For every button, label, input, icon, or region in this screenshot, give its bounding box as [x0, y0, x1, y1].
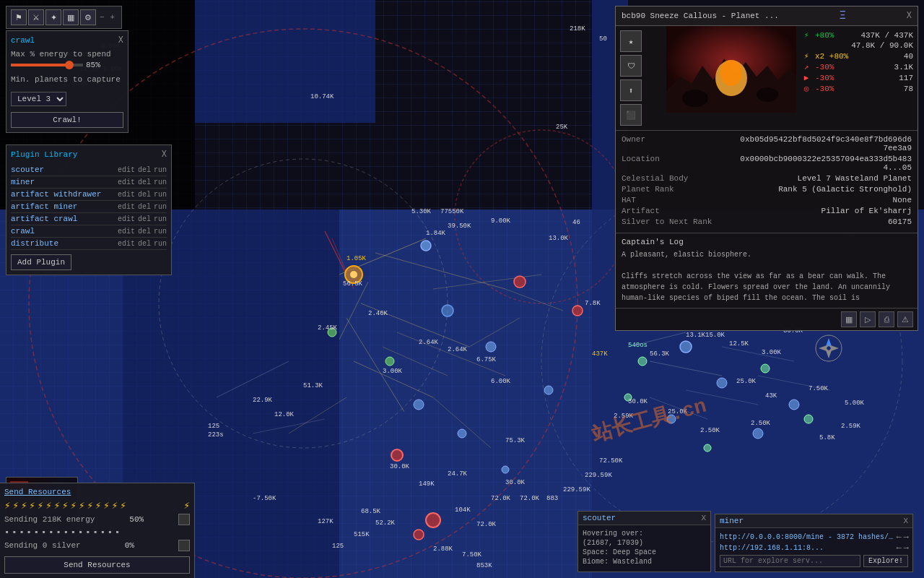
- toolbar-gear-btn[interactable]: ⚙: [80, 9, 96, 25]
- silver-checkbox[interactable]: [178, 540, 190, 551]
- plugin-edit-btn[interactable]: edit: [118, 203, 135, 211]
- energy-checkbox[interactable]: [178, 514, 190, 525]
- plugin-del-btn[interactable]: del: [138, 191, 151, 199]
- energy-icon-9: ⚡: [71, 499, 77, 512]
- stat-energy-val: 437K / 437K: [860, 31, 913, 40]
- toolbar-flag-btn[interactable]: ⚑: [11, 9, 27, 25]
- action-export-btn[interactable]: ▦: [841, 311, 857, 327]
- hat-key: HAT: [622, 196, 636, 204]
- hat-val: None: [893, 196, 912, 204]
- planet-upgrade-icon[interactable]: ⬆: [620, 79, 642, 101]
- rank-row: Planet Rank Rank 5 (Galactic Stronghold): [622, 185, 912, 194]
- territory-dark-1: [195, 0, 375, 123]
- energy-icon-3: ⚡: [21, 499, 27, 512]
- stat-energy2-val: 47.8K / 90.0K: [851, 41, 913, 50]
- plugin-title: Plugin Library: [11, 150, 77, 159]
- svg-point-136: [720, 60, 742, 86]
- plugin-actions: editdelrun: [118, 240, 167, 248]
- energy-icon-5: ⚡: [38, 499, 43, 512]
- energy-icon-2: ⚡: [12, 499, 18, 512]
- planet-shield-icon[interactable]: 🛡: [620, 55, 642, 77]
- miner-url2: http://192.168.1.11:8...: [720, 544, 894, 552]
- plugin-run-btn[interactable]: run: [154, 178, 167, 186]
- toolbar-grid-btn[interactable]: ▦: [63, 9, 79, 25]
- planet-artifact-icon[interactable]: ⬛: [620, 104, 642, 126]
- planet-star-icon[interactable]: ★: [620, 30, 642, 52]
- plugin-edit-btn[interactable]: edit: [118, 178, 135, 186]
- sending-energy-row: Sending 218K energy 50%: [4, 514, 190, 525]
- miner-url1: http://0.0.0.0:8000/mine - 3872 hashes/s…: [720, 533, 894, 541]
- plugin-row: artifact minereditdelrun: [11, 201, 167, 213]
- plugin-del-btn[interactable]: del: [138, 240, 151, 248]
- send-resources-link[interactable]: Send Resources: [4, 488, 190, 496]
- plugin-run-btn[interactable]: run: [154, 166, 167, 174]
- energy-icons-row: ⚡ ⚡ ⚡ ⚡ ⚡ ⚡ ⚡ ⚡ ⚡ ⚡ ⚡ ⚡ ⚡ ⚡ ⚡ ⚡: [4, 499, 190, 512]
- plugin-run-btn[interactable]: run: [154, 203, 167, 211]
- silver-icon-14: ▪: [100, 527, 105, 538]
- plugin-del-btn[interactable]: del: [138, 166, 151, 174]
- sending-energy-label: Sending 218K energy: [4, 515, 95, 524]
- artifact-key: Artifact: [622, 207, 660, 215]
- plugin-del-btn[interactable]: del: [138, 215, 151, 223]
- stat-def-val: 78: [904, 85, 913, 93]
- silver-icon-15: ▪: [108, 527, 113, 538]
- scouter-close-btn[interactable]: X: [701, 514, 706, 522]
- level-select[interactable]: Level 3: [11, 92, 66, 106]
- svg-point-137: [682, 90, 708, 107]
- silver-icon-4: ▪: [27, 527, 32, 538]
- stat-x2-val: 40: [904, 52, 913, 61]
- energy-icon-7: ⚡: [54, 499, 60, 512]
- miner-url2-arrow[interactable]: ⟵: [897, 543, 901, 552]
- action-print-btn[interactable]: ⎙: [879, 311, 894, 327]
- territory-light-1: [339, 210, 592, 578]
- plugin-row: distributeeditdelrun: [11, 238, 167, 250]
- plugin-del-btn[interactable]: del: [138, 203, 151, 211]
- plugin-edit-btn[interactable]: edit: [118, 166, 135, 174]
- energy-icon-6: ⚡: [45, 499, 51, 512]
- plugin-run-btn[interactable]: run: [154, 228, 167, 236]
- explore-input[interactable]: [720, 555, 860, 567]
- miner-close-btn[interactable]: X: [903, 517, 908, 525]
- action-play-btn[interactable]: ▷: [860, 311, 876, 327]
- energy-slider[interactable]: [11, 64, 83, 66]
- crawl-button[interactable]: Crawl!: [11, 112, 123, 128]
- toolbar-target-btn[interactable]: ✦: [45, 9, 61, 25]
- plugin-run-btn[interactable]: run: [154, 240, 167, 248]
- miner-url1-arrow[interactable]: ⟵: [897, 532, 901, 541]
- crawl-close-btn[interactable]: X: [118, 35, 123, 46]
- silver-icon-9: ▪: [64, 527, 69, 538]
- plugin-del-btn[interactable]: del: [138, 178, 151, 186]
- action-warn-btn[interactable]: ⚠: [897, 311, 913, 327]
- sending-silver-percent: 0%: [125, 541, 134, 550]
- silver-row: Silver to Next Rank 60175: [622, 217, 912, 226]
- silver-icon-6: ▪: [41, 527, 46, 538]
- stat-speed-icon: ▶: [801, 73, 812, 82]
- miner-url2-remove[interactable]: ⟶: [904, 543, 908, 552]
- plugin-del-btn[interactable]: del: [138, 228, 151, 236]
- plugin-edit-btn[interactable]: edit: [118, 228, 135, 236]
- plugin-close-btn[interactable]: X: [162, 150, 167, 160]
- plugin-run-btn[interactable]: run: [154, 215, 167, 223]
- biome-line: Biome: Wasteland: [583, 558, 706, 566]
- toolbar-sword-btn[interactable]: ⚔: [28, 9, 44, 25]
- plugin-run-btn[interactable]: run: [154, 191, 167, 199]
- planet-panel-header: bcb90 Sneeze Callous - Planet ... Ξ X: [616, 7, 918, 26]
- miner-url1-remove[interactable]: ⟶: [904, 532, 908, 541]
- owner-row: Owner 0xb05d95422bf8d5024f9c340e8f7bd696…: [622, 135, 912, 152]
- sending-silver-label: Sending 0 silver: [4, 541, 81, 550]
- plugin-name: miner: [11, 178, 83, 186]
- planet-close-btn[interactable]: X: [907, 11, 912, 21]
- captains-log: Captain's Log A pleasant, elastic biosph…: [616, 233, 918, 308]
- plugin-edit-btn[interactable]: edit: [118, 240, 135, 248]
- plugin-panel: Plugin Library X scoutereditdelrunminere…: [6, 144, 172, 275]
- silver-icon-12: ▪: [85, 527, 90, 538]
- plugin-edit-btn[interactable]: edit: [118, 215, 135, 223]
- send-resources-button[interactable]: Send Resources: [4, 556, 190, 574]
- planet-stats-left: ★ 🛡 ⬆ ⬛: [616, 26, 666, 130]
- plugin-edit-btn[interactable]: edit: [118, 191, 135, 199]
- add-plugin-button[interactable]: Add Plugin: [11, 254, 71, 270]
- energy-icon-15: ⚡: [120, 499, 126, 512]
- explore-button[interactable]: Explore!: [863, 555, 908, 567]
- stat-x2-pct: x2 +80%: [815, 52, 848, 61]
- explore-row: Explore!: [720, 555, 908, 567]
